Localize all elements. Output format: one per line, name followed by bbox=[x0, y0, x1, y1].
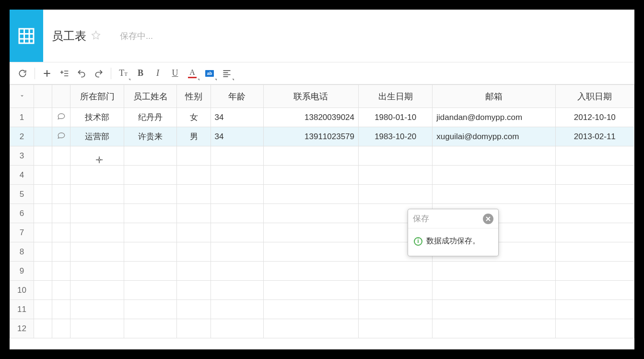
underline-button[interactable]: U bbox=[167, 65, 183, 82]
row-expand[interactable] bbox=[34, 281, 52, 300]
row-comment[interactable] bbox=[52, 166, 70, 185]
cell-age[interactable]: 34 bbox=[211, 108, 263, 127]
cell-birth[interactable] bbox=[359, 300, 433, 319]
row-comment[interactable] bbox=[52, 127, 70, 146]
cell-dept[interactable] bbox=[70, 319, 124, 338]
cell-dept[interactable] bbox=[70, 242, 124, 262]
row-number[interactable]: 10 bbox=[10, 281, 34, 300]
cell-phone[interactable] bbox=[263, 166, 358, 185]
cell-phone[interactable] bbox=[263, 262, 358, 281]
cell-age[interactable] bbox=[211, 223, 263, 242]
row-number[interactable]: 2 bbox=[10, 127, 34, 146]
row-number[interactable]: 4 bbox=[10, 166, 34, 185]
font-color-button[interactable]: A bbox=[184, 65, 200, 82]
table-row[interactable]: 2运营部许贵来男34139110235791983-10-20xuguilai@… bbox=[10, 127, 634, 146]
undo-button[interactable] bbox=[73, 65, 90, 82]
cell-birth[interactable] bbox=[359, 166, 433, 185]
cell-birth[interactable]: 1983-10-20 bbox=[359, 127, 433, 146]
cell-age[interactable] bbox=[211, 300, 263, 319]
table-row[interactable]: 6 bbox=[10, 204, 634, 223]
add-row-button[interactable] bbox=[56, 65, 72, 82]
font-size-button[interactable]: TT bbox=[115, 65, 131, 82]
cell-age[interactable]: 34 bbox=[211, 127, 263, 146]
cell-name[interactable] bbox=[124, 281, 177, 300]
cell-hire[interactable] bbox=[555, 319, 634, 338]
row-expand[interactable] bbox=[34, 223, 52, 242]
cell-email[interactable] bbox=[433, 185, 555, 204]
cell-age[interactable] bbox=[211, 242, 263, 262]
cell-gender[interactable] bbox=[177, 300, 211, 319]
cell-name[interactable] bbox=[124, 146, 177, 166]
cell-email[interactable] bbox=[433, 281, 555, 300]
cell-hire[interactable] bbox=[555, 262, 634, 281]
cell-name[interactable] bbox=[124, 185, 177, 204]
favorite-star-icon[interactable] bbox=[91, 30, 101, 42]
row-expand[interactable] bbox=[34, 262, 52, 281]
cell-name[interactable] bbox=[124, 166, 177, 185]
cell-gender[interactable] bbox=[177, 242, 211, 262]
row-comment[interactable] bbox=[52, 300, 70, 319]
row-expand[interactable] bbox=[34, 166, 52, 185]
app-logo[interactable] bbox=[10, 10, 43, 62]
cell-age[interactable] bbox=[211, 281, 263, 300]
cell-email[interactable]: xuguilai@domypp.com bbox=[433, 127, 555, 146]
table-row[interactable]: 7 bbox=[10, 223, 634, 242]
bg-color-button[interactable]: ab bbox=[201, 65, 218, 82]
cell-age[interactable] bbox=[211, 146, 263, 166]
row-number[interactable]: 12 bbox=[10, 319, 34, 338]
row-comment[interactable] bbox=[52, 262, 70, 281]
cell-name[interactable] bbox=[124, 262, 177, 281]
column-header-birth[interactable]: 出生日期 bbox=[359, 85, 433, 108]
row-comment[interactable] bbox=[52, 185, 70, 204]
cell-dept[interactable] bbox=[70, 262, 124, 281]
cell-name[interactable] bbox=[124, 242, 177, 262]
cell-hire[interactable] bbox=[555, 146, 634, 166]
dialog-header[interactable]: 保存 bbox=[408, 209, 498, 228]
row-expand[interactable] bbox=[34, 319, 52, 338]
refresh-button[interactable] bbox=[14, 65, 31, 82]
cell-dept[interactable] bbox=[70, 204, 124, 223]
italic-button[interactable]: I bbox=[150, 65, 166, 82]
row-comment[interactable] bbox=[52, 146, 70, 166]
table-row[interactable]: 10 bbox=[10, 281, 634, 300]
cell-dept[interactable] bbox=[70, 166, 124, 185]
cell-hire[interactable]: 2013-02-11 bbox=[555, 127, 634, 146]
cell-gender[interactable] bbox=[177, 146, 211, 166]
cell-birth[interactable] bbox=[359, 319, 433, 338]
align-button[interactable] bbox=[219, 65, 235, 82]
table-row[interactable]: 9 bbox=[10, 262, 634, 281]
cell-name[interactable] bbox=[124, 223, 177, 242]
row-expand[interactable] bbox=[34, 204, 52, 223]
column-header-dept[interactable]: 所在部门 bbox=[70, 85, 124, 108]
row-number[interactable]: 6 bbox=[10, 204, 34, 223]
cell-dept[interactable] bbox=[70, 223, 124, 242]
table-row[interactable]: 4 bbox=[10, 166, 634, 185]
row-expand[interactable] bbox=[34, 127, 52, 146]
cell-hire[interactable] bbox=[555, 300, 634, 319]
cell-birth[interactable] bbox=[359, 262, 433, 281]
cell-name[interactable]: 纪丹丹 bbox=[124, 108, 177, 127]
cell-dept[interactable] bbox=[70, 281, 124, 300]
cell-dept[interactable]: 技术部 bbox=[70, 108, 124, 127]
cell-email[interactable] bbox=[433, 166, 555, 185]
row-number[interactable]: 5 bbox=[10, 185, 34, 204]
cell-gender[interactable] bbox=[177, 223, 211, 242]
cell-hire[interactable] bbox=[555, 185, 634, 204]
cell-phone[interactable] bbox=[263, 242, 358, 262]
cell-name[interactable] bbox=[124, 300, 177, 319]
row-expand[interactable] bbox=[34, 185, 52, 204]
column-header-hire[interactable]: 入职日期 bbox=[555, 85, 634, 108]
row-expand[interactable] bbox=[34, 108, 52, 127]
cell-email[interactable]: jidandan@domypp.com bbox=[433, 108, 555, 127]
cell-gender[interactable] bbox=[177, 185, 211, 204]
row-number[interactable]: 3 bbox=[10, 146, 34, 166]
cell-gender[interactable] bbox=[177, 262, 211, 281]
cell-dept[interactable]: 运营部 bbox=[70, 127, 124, 146]
cell-hire[interactable] bbox=[555, 204, 634, 223]
row-number[interactable]: 8 bbox=[10, 242, 34, 262]
cell-dept[interactable] bbox=[70, 185, 124, 204]
add-button[interactable] bbox=[39, 65, 55, 82]
cell-birth[interactable] bbox=[359, 281, 433, 300]
cell-email[interactable] bbox=[433, 262, 555, 281]
cell-birth[interactable]: 1980-01-10 bbox=[359, 108, 433, 127]
